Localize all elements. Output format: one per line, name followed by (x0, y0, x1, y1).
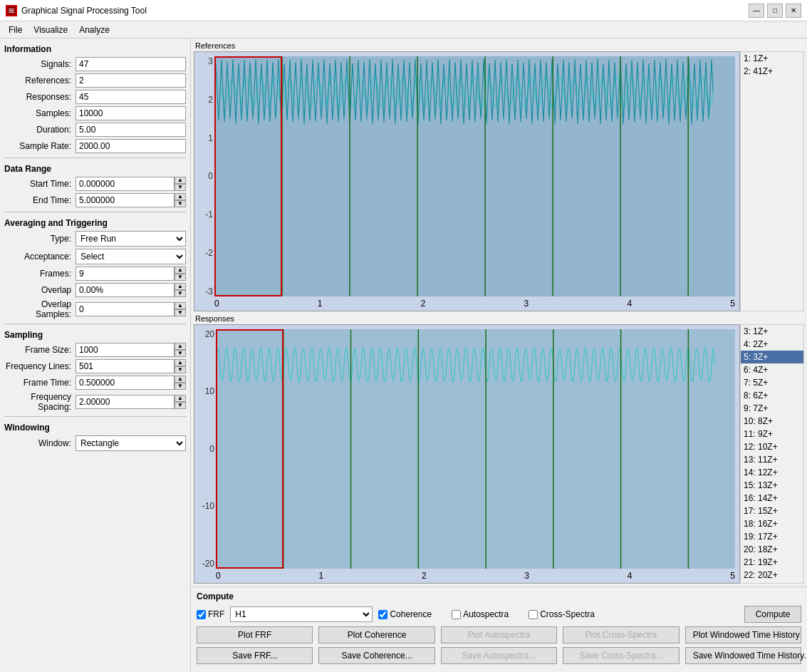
legend-item-11[interactable]: 11: 9Z+ (741, 428, 803, 440)
sample-rate-value[interactable] (76, 139, 186, 153)
legend-item-14[interactable]: 14: 12Z+ (741, 466, 803, 479)
frames-input[interactable] (76, 267, 175, 281)
start-time-spinner: ▲ ▼ (76, 177, 186, 191)
samples-value[interactable] (76, 106, 186, 120)
references-chart-canvas[interactable]: 3 2 1 0 -1 -2 -3 (194, 51, 740, 311)
legend-item-21[interactable]: 21: 19Z+ (741, 556, 803, 569)
minimize-button[interactable]: — (749, 4, 764, 18)
legend-item-41z[interactable]: 2: 41Z+ (741, 65, 803, 78)
overlap-input[interactable] (76, 283, 175, 297)
frf-checkbox-label[interactable]: FRF (197, 609, 224, 619)
end-time-input[interactable] (76, 193, 175, 207)
menu-file[interactable]: File (3, 21, 28, 38)
freq-lines-input[interactable] (76, 359, 175, 373)
legend-item-18[interactable]: 18: 16Z+ (741, 517, 803, 530)
frame-time-down[interactable]: ▼ (175, 383, 186, 390)
overlap-samples-input[interactable] (76, 302, 175, 316)
frame-size-down[interactable]: ▼ (175, 350, 186, 357)
save-autospectra-button[interactable]: Save Autospectra... (441, 647, 557, 664)
plot-cross-spectra-button[interactable]: Plot Cross-Spectra (563, 626, 679, 643)
resp-y-0: 0 (209, 444, 214, 454)
responses-value[interactable] (76, 90, 186, 104)
plot-frf-button[interactable]: Plot FRF (197, 626, 313, 643)
legend-item-8[interactable]: 8: 6Z+ (741, 389, 803, 402)
overlap-samples-up[interactable]: ▲ (175, 302, 186, 309)
start-time-input[interactable] (76, 177, 175, 191)
frames-up[interactable]: ▲ (175, 267, 186, 274)
menu-visualize[interactable]: Visualize (28, 21, 73, 38)
overlap-down[interactable]: ▼ (175, 290, 186, 297)
autospectra-checkbox[interactable] (452, 610, 461, 619)
frame-time-input[interactable] (76, 376, 175, 390)
resp-x-0: 0 (216, 571, 221, 581)
h1-select[interactable]: H1 (230, 606, 373, 622)
cross-spectra-checkbox-label[interactable]: Cross-Spectra (529, 609, 595, 619)
plot-autospectra-button[interactable]: Plot Autospectra (441, 626, 557, 643)
end-time-down[interactable]: ▼ (175, 200, 186, 207)
frames-down[interactable]: ▼ (175, 274, 186, 281)
maximize-button[interactable]: □ (767, 4, 783, 18)
type-select[interactable]: Free Run (76, 231, 186, 247)
window-row: Window: Rectangle (4, 435, 186, 451)
frame-time-label: Frame Time: (4, 378, 76, 388)
plot-coherence-button[interactable]: Plot Coherence (318, 626, 434, 643)
references-value[interactable] (76, 73, 186, 88)
overlap-samples-down[interactable]: ▼ (175, 309, 186, 316)
legend-item-3[interactable]: 3: 1Z+ (741, 325, 803, 338)
compute-row-2: Plot FRF Plot Coherence Plot Autospectra… (197, 626, 801, 643)
overlap-up[interactable]: ▲ (175, 283, 186, 290)
start-time-up[interactable]: ▲ (175, 177, 186, 184)
freq-lines-up[interactable]: ▲ (175, 359, 186, 366)
legend-item-19[interactable]: 19: 17Z+ (741, 530, 803, 543)
legend-item-17[interactable]: 17: 15Z+ (741, 505, 803, 517)
legend-item-6[interactable]: 6: 4Z+ (741, 363, 803, 376)
compute-button[interactable]: Compute (744, 606, 801, 623)
legend-item-7[interactable]: 7: 5Z+ (741, 376, 803, 389)
signals-value[interactable] (76, 57, 186, 71)
legend-item-20[interactable]: 20: 18Z+ (741, 543, 803, 556)
frame-size-up[interactable]: ▲ (175, 343, 186, 350)
legend-item-1z[interactable]: 1: 1Z+ (741, 52, 803, 65)
responses-chart-canvas[interactable]: 20 10 0 -10 -20 (194, 324, 740, 584)
acceptance-label: Acceptance: (4, 252, 76, 262)
frame-size-row: Frame Size: ▲ ▼ (4, 343, 186, 357)
legend-item-22[interactable]: 22: 20Z+ (741, 569, 803, 581)
save-frf-button[interactable]: Save FRF... (197, 647, 313, 664)
save-coherence-button[interactable]: Save Coherence... (318, 647, 434, 664)
save-windowed-button[interactable]: Save Windowed Time History... (685, 647, 801, 664)
close-button[interactable]: ✕ (786, 4, 801, 18)
coherence-checkbox[interactable] (378, 610, 387, 619)
legend-item-9[interactable]: 9: 7Z+ (741, 402, 803, 415)
legend-item-10[interactable]: 10: 8Z+ (741, 415, 803, 428)
responses-title: Responses (194, 314, 804, 323)
frames-spinner: ▲ ▼ (76, 267, 186, 281)
plot-windowed-button[interactable]: Plot Windowed Time History (685, 626, 801, 643)
autospectra-checkbox-label[interactable]: Autospectra (452, 609, 509, 619)
acceptance-select[interactable]: Select (76, 249, 186, 264)
coherence-checkbox-label[interactable]: Coherence (378, 609, 432, 619)
legend-item-4[interactable]: 4: 2Z+ (741, 338, 803, 351)
window-select[interactable]: Rectangle (76, 435, 186, 451)
end-time-up[interactable]: ▲ (175, 193, 186, 200)
freq-spacing-up[interactable]: ▲ (175, 395, 186, 402)
legend-item-12[interactable]: 12: 10Z+ (741, 440, 803, 453)
legend-item-5[interactable]: 5: 3Z+ (741, 351, 803, 363)
legend-item-16[interactable]: 16: 14Z+ (741, 492, 803, 505)
freq-lines-down[interactable]: ▼ (175, 366, 186, 373)
legend-item-15[interactable]: 15: 13Z+ (741, 479, 803, 492)
freq-spacing-down[interactable]: ▼ (175, 402, 186, 409)
freq-spacing-input[interactable] (76, 395, 175, 409)
legend-item-13[interactable]: 13: 11Z+ (741, 453, 803, 466)
duration-value[interactable] (76, 123, 186, 137)
cross-spectra-checkbox[interactable] (529, 610, 538, 619)
frame-size-input[interactable] (76, 343, 175, 357)
frf-checkbox[interactable] (197, 610, 206, 619)
save-cross-spectra-button[interactable]: Save Cross-Spectra... (563, 647, 679, 664)
menu-analyze[interactable]: Analyze (73, 21, 115, 38)
ref-y-3: 3 (208, 56, 213, 66)
left-panel: Information Signals: References: Respons… (0, 38, 191, 672)
freq-spacing-label: Frequency Spacing: (4, 392, 76, 412)
svg-rect-11 (216, 329, 735, 569)
frame-time-up[interactable]: ▲ (175, 376, 186, 383)
start-time-down[interactable]: ▼ (175, 184, 186, 191)
